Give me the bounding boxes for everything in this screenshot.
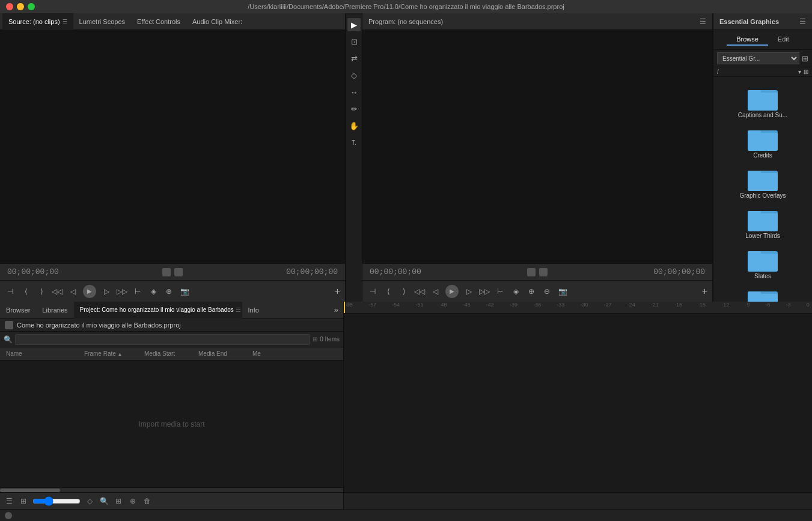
eg-header: Essential Graphics ☰ <box>713 13 812 30</box>
proj-icon-view[interactable]: ⊞ <box>18 496 29 507</box>
proj-new-bin[interactable]: ⊞ <box>113 496 124 507</box>
prog-play-in[interactable]: ◁◁ <box>414 286 425 297</box>
source-insert[interactable]: ⊕ <box>163 286 174 297</box>
col-media-end[interactable]: Media End <box>196 350 250 357</box>
razor-tool-btn[interactable]: ✏ <box>347 102 361 115</box>
project-tab-bar: Browser Libraries Project: Come ho organ… <box>0 302 343 318</box>
source-add-btn[interactable]: + <box>335 286 340 297</box>
eg-folder-item[interactable]: Credits <box>713 122 812 162</box>
source-play-out[interactable]: ▷▷ <box>117 286 127 297</box>
close-button[interactable] <box>6 3 13 10</box>
tab-audio-clip-mixer[interactable]: Audio Clip Mixer: <box>186 13 248 30</box>
eg-source-dropdown[interactable]: Essential Gr... <box>717 52 799 64</box>
ruler-number: -18 <box>674 302 682 308</box>
eg-folder-item[interactable]: Social Media <box>713 283 812 302</box>
eg-folder-item[interactable]: Captions and Su... <box>713 82 812 122</box>
timeline-ruler[interactable]: dB-57-54-51-48-45-42-39-36-33-30-27-24-2… <box>344 302 812 314</box>
prog-prev-frame[interactable]: ◁ <box>430 286 441 297</box>
prog-play-out[interactable]: ▷▷ <box>479 286 490 297</box>
program-menu-icon[interactable]: ☰ <box>700 17 706 26</box>
select-tool-btn[interactable]: ▶ <box>347 18 361 31</box>
search-options-icon[interactable]: ⊞ <box>313 336 317 343</box>
project-content: Import media to start <box>0 361 343 487</box>
proj-tab-menu[interactable]: ☰ <box>236 306 241 313</box>
minimize-button[interactable] <box>17 3 24 10</box>
collapse-panel-btn[interactable]: » <box>329 305 343 314</box>
source-timecode-right: 00;00;00;00 <box>286 267 338 276</box>
source-add-marker[interactable]: ◈ <box>148 286 159 297</box>
eg-path-dropdown-icon[interactable]: ▾ <box>798 69 801 75</box>
svg-rect-14 <box>748 254 778 272</box>
timeline-content[interactable] <box>344 314 812 492</box>
proj-list-view[interactable]: ☰ <box>4 496 14 507</box>
proj-zoom-slider[interactable] <box>32 498 81 505</box>
source-prev-frame[interactable]: ◁ <box>67 286 78 297</box>
folder-label: Slates <box>754 273 771 279</box>
program-timecode-icons <box>527 268 548 276</box>
eg-path: / <box>717 69 719 75</box>
ruler-numbers: dB-57-54-51-48-45-42-39-36-33-30-27-24-2… <box>344 302 812 308</box>
eg-tab-browse[interactable]: Browse <box>727 34 768 46</box>
proj-delete[interactable]: 🗑 <box>142 496 153 507</box>
ruler-number: -24 <box>627 302 635 308</box>
prog-mark-out[interactable]: ⊢ <box>495 286 505 297</box>
eg-folder-item[interactable]: Graphic Overlays <box>713 162 812 203</box>
source-next-frame[interactable]: ▷ <box>101 286 112 297</box>
prog-lift[interactable]: ⊖ <box>542 286 552 297</box>
col-framerate[interactable]: Frame Rate ▲ <box>82 350 142 357</box>
horizontal-scrollbar[interactable] <box>0 487 343 492</box>
tab-source[interactable]: Source: (no clips) ☰ <box>2 13 73 30</box>
proj-new-item[interactable]: ⊕ <box>127 496 138 507</box>
source-camera[interactable]: 📷 <box>179 286 190 297</box>
prog-overwrite[interactable]: ⊕ <box>526 286 537 297</box>
col-media-start[interactable]: Media Start <box>142 350 196 357</box>
eg-tab-edit[interactable]: Edit <box>768 34 799 46</box>
proj-tab-libraries[interactable]: Libraries <box>36 302 73 318</box>
folder-icon <box>748 126 778 151</box>
eg-folder-item[interactable]: Slates <box>713 243 812 283</box>
prog-add-marker[interactable]: ◈ <box>510 286 521 297</box>
proj-tab-project[interactable]: Project: Come ho organizzato il mio viag… <box>74 302 242 318</box>
rate-stretch-btn[interactable]: ↔ <box>347 85 361 99</box>
proj-tab-browser[interactable]: Browser <box>0 302 36 318</box>
col-name[interactable]: Name <box>4 350 82 357</box>
prog-play[interactable]: ▶ <box>445 285 459 298</box>
folder-label: Captions and Su... <box>738 112 787 118</box>
proj-automate[interactable]: ◇ <box>84 496 95 507</box>
tab-effect-controls[interactable]: Effect Controls <box>131 13 186 30</box>
tab-lumetri[interactable]: Lumetri Scopes <box>73 13 131 30</box>
source-step-fwd-small[interactable]: ⟩ <box>36 286 47 297</box>
prog-step-back[interactable]: ⟨ <box>383 286 394 297</box>
rolling-edit-btn[interactable]: ◇ <box>347 69 361 82</box>
eg-menu-icon[interactable]: ☰ <box>799 17 806 26</box>
prog-step-fwd-small[interactable]: ⟩ <box>398 286 409 297</box>
ruler-number: -54 <box>392 302 400 308</box>
source-tab-menu-icon[interactable]: ☰ <box>63 19 67 25</box>
ripple-edit-btn[interactable]: ⇄ <box>347 52 361 65</box>
eg-browse-icon[interactable]: ⊞ <box>802 54 808 63</box>
source-play-in[interactable]: ◁◁ <box>52 286 63 297</box>
prog-camera[interactable]: 📷 <box>557 286 568 297</box>
prog-add-btn[interactable]: + <box>702 286 707 297</box>
source-step-back[interactable]: ⟨ <box>20 286 31 297</box>
project-search-input[interactable] <box>15 334 310 345</box>
maximize-button[interactable] <box>28 3 35 10</box>
proj-find[interactable]: 🔍 <box>99 496 109 507</box>
proj-tab-info[interactable]: Info <box>242 302 265 318</box>
eg-path-row: / ▾ ⊞ <box>713 67 812 77</box>
timeline-panel: dB-57-54-51-48-45-42-39-36-33-30-27-24-2… <box>344 302 812 509</box>
program-panel: Program: (no sequences) ☰ 00;00;00;00 00… <box>362 13 713 302</box>
scrollbar-thumb[interactable] <box>0 489 60 492</box>
source-mark-out[interactable]: ⊢ <box>132 286 143 297</box>
prog-mark-in[interactable]: ⊣ <box>367 286 378 297</box>
source-play[interactable]: ▶ <box>83 285 96 298</box>
type-tool-btn[interactable]: T. <box>347 136 361 149</box>
prog-next-frame[interactable]: ▷ <box>463 286 474 297</box>
col-me[interactable]: Me <box>250 350 263 357</box>
folder-icon <box>748 206 778 231</box>
eg-folder-nav-icon[interactable]: ⊞ <box>804 69 808 75</box>
eg-folder-item[interactable]: Lower Thirds <box>713 203 812 243</box>
source-mark-in[interactable]: ⊣ <box>5 286 16 297</box>
slip-tool-btn[interactable]: ✋ <box>347 119 361 132</box>
track-select-btn[interactable]: ⊡ <box>347 35 361 48</box>
